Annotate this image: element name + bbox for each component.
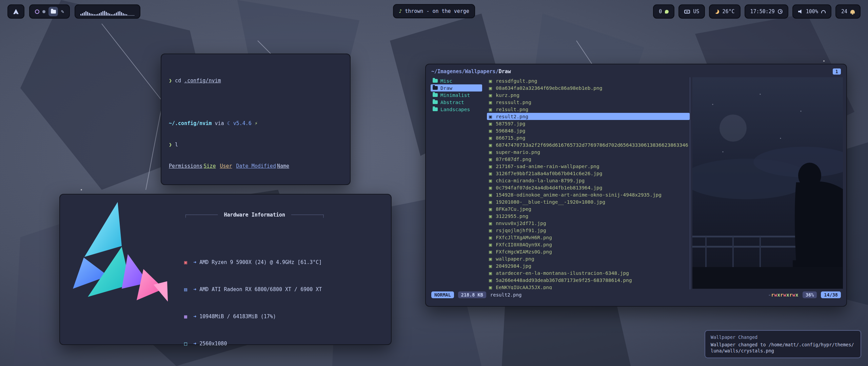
- file-item[interactable]: ▣chica-mirando-la-luna-8799.jpg: [487, 177, 690, 184]
- folder-icon: [433, 86, 438, 90]
- image-icon: ▣: [489, 235, 493, 240]
- workspaces: ✎: [29, 4, 70, 19]
- workspace-files-active[interactable]: [48, 7, 58, 16]
- keyboard-layout-widget[interactable]: US: [678, 4, 705, 19]
- workspace-draw-icon[interactable]: ✎: [61, 8, 64, 15]
- file-item[interactable]: ▣kurz.png: [487, 92, 690, 99]
- image-icon: ▣: [489, 100, 493, 105]
- clock-time: 17:50:29: [750, 8, 775, 15]
- file-item[interactable]: ▣atardecer-en-la-montanas-ilustracion-63…: [487, 269, 690, 277]
- image-icon: ▣: [489, 149, 493, 155]
- image-icon: ▣: [489, 93, 493, 98]
- file-item[interactable]: ▣re1sult.png: [487, 106, 690, 113]
- updates-widget[interactable]: 0: [653, 4, 674, 19]
- file-item[interactable]: ▣ressdfgult.png: [487, 77, 690, 84]
- breadcrumb: ~/Imagenes/Wallpapers/Draw: [431, 68, 511, 75]
- speaker-icon: [798, 9, 803, 14]
- workspace-1-icon[interactable]: [35, 9, 39, 14]
- file-item[interactable]: ▣8FKa7Cu.jpeg: [487, 205, 690, 212]
- arch-logo-icon: [13, 9, 19, 14]
- directory-item[interactable]: Misc: [431, 77, 482, 84]
- file-item[interactable]: ▣217167-sad-anime-rain-wallpaper.png: [487, 163, 690, 170]
- directory-item[interactable]: Abstract: [431, 99, 482, 106]
- notification-title: Wallpaper Changed: [711, 334, 855, 340]
- image-icon: ▣: [489, 164, 493, 169]
- file-item[interactable]: ▣20492984.jpg: [487, 262, 690, 269]
- arrow-icon: ➜: [193, 286, 196, 293]
- directory-item[interactable]: Minimalist: [431, 92, 482, 99]
- file-item[interactable]: ▣154928-odinokoe_anime-art-anime-okno-si…: [487, 191, 690, 198]
- file-item[interactable]: ▣FXfcII0X0AQyn9X.png: [487, 241, 690, 248]
- file-item[interactable]: ▣68747470733a2f2f696d616765732d7769786d7…: [487, 141, 690, 148]
- workspace-2-icon[interactable]: [42, 10, 45, 13]
- file-item[interactable]: ▣wallpaper.png: [487, 255, 690, 262]
- notifications-widget[interactable]: 24: [835, 4, 861, 19]
- top-bar: ✎ ♪ thrown - on the verge 0 US 26°C 17:5…: [0, 4, 868, 19]
- arrow-icon: ➜: [193, 313, 196, 320]
- music-icon: ♪: [399, 8, 402, 14]
- file-item[interactable]: ▣result2.png: [487, 113, 690, 120]
- info-line: □ ➜ 868x366: [184, 340, 359, 347]
- directory-item[interactable]: Draw: [431, 84, 482, 92]
- info-line: ▤ ➜ AMD ATI Radeon RX 6800/6800 XT / 690…: [184, 286, 359, 293]
- terminal-window[interactable]: ❯ cd .config/nvim ~/.config/nvim via ☾ v…: [161, 54, 351, 185]
- fetch-terminal-window[interactable]: ┌────────── Hardware Information ───────…: [59, 194, 392, 345]
- file-item[interactable]: ▣super-mario.png: [487, 148, 690, 156]
- arrow-icon: ➜: [193, 259, 196, 266]
- file-item[interactable]: ▣19201080-__blue-tinge__-1920×1080.jpg: [487, 198, 690, 205]
- file-item[interactable]: ▣FXfcHgcWIAMzs0G.png: [487, 248, 690, 255]
- image-icon: ▣: [489, 128, 493, 134]
- file-item[interactable]: ▣3126f7e9bbf21a8a4af0b67b041c6e26.jpg: [487, 170, 690, 177]
- file-item[interactable]: ▣rsjqojlmjhf91.jpg: [487, 227, 690, 234]
- image-icon: ▣: [489, 214, 493, 219]
- file-item[interactable]: ▣3122955.png: [487, 212, 690, 220]
- clock-widget[interactable]: 17:50:29: [745, 4, 788, 19]
- gpu-icon: ▤: [184, 286, 190, 293]
- folder-icon: [433, 107, 438, 111]
- desktop: ✎ ♪ thrown - on the verge 0 US 26°C 17:5…: [0, 0, 868, 366]
- file-item[interactable]: ▣87r687df.png: [487, 156, 690, 163]
- image-icon: ▣: [489, 242, 493, 247]
- image-icon: ▣: [489, 142, 493, 148]
- command-text: cd: [175, 78, 181, 84]
- image-icon: ▣: [489, 270, 493, 276]
- status-widgets: 0 US 26°C 17:50:29 100% 24: [653, 4, 861, 19]
- tab-badge[interactable]: 1: [833, 68, 841, 75]
- bell-icon: [850, 10, 855, 14]
- arrow-icon: ➜: [193, 340, 196, 347]
- info-line: ▦ ➜ 10948MiB / 64183MiB (17%): [184, 313, 359, 320]
- notification-popup[interactable]: Wallpaper Changed Wallpaper changed to /…: [705, 330, 861, 358]
- clock-icon: [778, 9, 783, 14]
- audio-visualizer: [75, 4, 140, 19]
- folder-icon: [433, 79, 438, 83]
- file-item[interactable]: ▣resssult.png: [487, 99, 690, 106]
- position-badge: 14/38: [821, 291, 841, 298]
- image-icon: ▣: [489, 178, 493, 183]
- image-icon: ▣: [489, 192, 493, 198]
- launcher-button[interactable]: [7, 4, 24, 19]
- folder-icon: [433, 100, 438, 104]
- file-item[interactable]: ▣EeNKYgIUcAAJ5JX.png: [487, 284, 690, 289]
- status-bar: NORMAL 218.8 KB result2.png -rwxrwxrwx 3…: [426, 289, 846, 300]
- file-item[interactable]: ▣596848.jpg: [487, 127, 690, 134]
- volume-widget[interactable]: 100%: [792, 4, 831, 19]
- file-item[interactable]: ▣5a266e448add93deab367d87173e9f25-683788…: [487, 277, 690, 284]
- weather-widget[interactable]: 26°C: [709, 4, 740, 19]
- file-item[interactable]: ▣08a634fa02a32364f69ebc86a98eb1eb.png: [487, 84, 690, 92]
- image-icon: ▣: [489, 78, 493, 84]
- command-arg: .config/nvim: [184, 78, 221, 84]
- file-item[interactable]: ▣0c794faf07de24a4db4d4fb1eb813964.jpg: [487, 184, 690, 191]
- file-item[interactable]: ▣866715.png: [487, 134, 690, 141]
- keyboard-icon: [684, 10, 690, 14]
- image-icon: ▣: [489, 285, 493, 290]
- directory-list: Misc Draw Minimalist Abstract Landscapes: [431, 77, 482, 289]
- file-manager-window[interactable]: ~/Imagenes/Wallpapers/Draw 1 Misc Draw M…: [425, 64, 847, 307]
- image-icon: ▣: [489, 228, 493, 233]
- file-item[interactable]: ▣nnvuv0xj2df71.jpg: [487, 220, 690, 227]
- media-widget[interactable]: ♪ thrown - on the verge: [393, 4, 475, 18]
- file-list: ▣ressdfgult.png ▣08a634fa02a32364f69ebc8…: [487, 77, 690, 289]
- directory-item[interactable]: Landscapes: [431, 106, 482, 113]
- file-item[interactable]: ▣587597.jpg: [487, 120, 690, 127]
- file-item[interactable]: ▣FXfcJlTXgAMvH6R.png: [487, 234, 690, 241]
- info-line: ▣ ➜ AMD Ryzen 9 5900X (24) @ 4.9GHz [61.…: [184, 259, 359, 266]
